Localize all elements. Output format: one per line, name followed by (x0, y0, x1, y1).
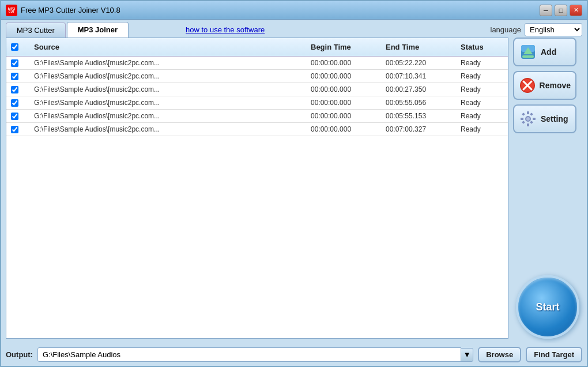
table-row[interactable]: G:\Files\Sample Audios\[music2pc.com... … (6, 110, 508, 123)
table-row[interactable]: G:\Files\Sample Audios\[music2pc.com... … (6, 57, 508, 70)
row-source-4: G:\Files\Sample Audios\[music2pc.com... (29, 110, 306, 122)
app-logo: MP3 CUT (6, 5, 17, 16)
table-row[interactable]: G:\Files\Sample Audios\[music2pc.com... … (6, 83, 508, 96)
row-checkbox-cell (6, 70, 29, 83)
row-source-3: G:\Files\Sample Audios\[music2pc.com... (29, 96, 306, 109)
output-dropdown-arrow[interactable]: ▼ (461, 348, 473, 362)
end-time-column-header: End Time (381, 40, 456, 54)
svg-rect-17 (530, 121, 533, 124)
row-checkbox-cell (6, 84, 29, 96)
tab-mp3-joiner[interactable]: MP3 Joiner (67, 22, 129, 38)
svg-rect-3 (522, 55, 534, 58)
row-status-5: Ready (456, 123, 508, 136)
row-checkbox-cell (6, 57, 29, 69)
svg-rect-12 (521, 118, 523, 120)
row-checkbox-3[interactable] (11, 99, 18, 107)
row-begin-1: 00:00:00.000 (306, 70, 381, 83)
tab-mp3-cutter[interactable]: MP3 Cutter (6, 23, 66, 38)
begin-time-column-header: Begin Time (306, 40, 381, 54)
setting-button-label: Setting (541, 114, 568, 123)
row-begin-4: 00:00:00.000 (306, 110, 381, 122)
language-label: language (491, 25, 522, 34)
row-end-5: 00:07:00.327 (381, 123, 456, 136)
row-begin-2: 00:00:00.000 (306, 83, 381, 96)
select-all-checkbox[interactable] (11, 43, 18, 51)
svg-rect-14 (522, 113, 525, 116)
svg-rect-10 (527, 111, 529, 114)
row-begin-0: 00:00:00.000 (306, 57, 381, 69)
find-target-button[interactable]: Find Target (526, 347, 582, 362)
app-title: Free MP3 Cutter Joiner V10.8 (21, 6, 120, 14)
browse-button[interactable]: Browse (478, 347, 521, 362)
language-area: language English Chinese Spanish French … (491, 23, 583, 36)
start-button-label: Start (536, 301, 559, 313)
row-begin-3: 00:00:00.000 (306, 96, 381, 109)
row-source-2: G:\Files\Sample Audios\[music2pc.com... (29, 83, 306, 96)
row-checkbox-5[interactable] (11, 126, 18, 133)
minimize-button[interactable]: ─ (540, 5, 552, 16)
row-checkbox-cell (6, 97, 29, 109)
row-end-3: 00:05:55.056 (381, 96, 456, 109)
help-link[interactable]: how to use the software (186, 25, 265, 34)
row-checkbox-4[interactable] (11, 113, 18, 120)
table-header: Source Begin Time End Time Status (6, 38, 508, 57)
maximize-button[interactable]: □ (555, 5, 567, 16)
remove-icon (519, 76, 536, 95)
content-panel: Source Begin Time End Time Status G:\Fil… (6, 38, 508, 339)
start-button[interactable]: Start (516, 275, 579, 339)
title-bar: MP3 CUT Free MP3 Cutter Joiner V10.8 ─ □… (1, 1, 587, 20)
window-controls: ─ □ ✕ (540, 5, 582, 16)
right-panel: Add Remove (513, 38, 582, 339)
row-end-2: 00:00:27.350 (381, 83, 456, 96)
tab-bar: MP3 Cutter MP3 Joiner how to use the sof… (1, 20, 587, 38)
add-button-label: Add (541, 47, 556, 57)
output-label: Output: (6, 350, 33, 359)
svg-rect-11 (527, 123, 529, 126)
row-status-3: Ready (456, 96, 508, 109)
row-status-1: Ready (456, 70, 508, 83)
row-checkbox-cell (6, 110, 29, 122)
svg-rect-15 (530, 113, 533, 116)
svg-rect-16 (522, 121, 525, 124)
title-bar-left: MP3 CUT Free MP3 Cutter Joiner V10.8 (6, 5, 120, 16)
row-source-5: G:\Files\Sample Audios\[music2pc.com... (29, 123, 306, 136)
svg-rect-13 (533, 118, 536, 120)
output-wrapper: ▼ (37, 347, 473, 362)
row-begin-5: 00:00:00.000 (306, 123, 381, 136)
setting-icon (519, 110, 537, 128)
remove-button[interactable]: Remove (513, 71, 576, 100)
row-status-4: Ready (456, 110, 508, 122)
row-source-0: G:\Files\Sample Audios\[music2pc.com... (29, 57, 306, 69)
output-path-input[interactable] (37, 347, 461, 362)
row-checkbox-2[interactable] (11, 86, 18, 93)
bottom-bar: Output: ▼ Browse Find Target (1, 343, 587, 366)
remove-button-label: Remove (540, 81, 571, 90)
main-area: Source Begin Time End Time Status G:\Fil… (1, 38, 587, 343)
add-button[interactable]: Add (513, 38, 576, 66)
table-body: G:\Files\Sample Audios\[music2pc.com... … (6, 57, 508, 338)
app-window: MP3 CUT Free MP3 Cutter Joiner V10.8 ─ □… (0, 0, 588, 367)
add-icon (519, 43, 537, 61)
row-source-1: G:\Files\Sample Audios\[music2pc.com... (29, 70, 306, 83)
svg-point-9 (526, 117, 530, 121)
source-column-header: Source (29, 40, 306, 54)
row-status-0: Ready (456, 57, 508, 69)
table-row[interactable]: G:\Files\Sample Audios\[music2pc.com... … (6, 123, 508, 136)
row-end-0: 00:05:22.220 (381, 57, 456, 69)
row-end-1: 00:07:10.341 (381, 70, 456, 83)
row-status-2: Ready (456, 83, 508, 96)
status-column-header: Status (456, 40, 508, 54)
row-checkbox-cell (6, 123, 29, 136)
close-button[interactable]: ✕ (570, 5, 582, 16)
table-row[interactable]: G:\Files\Sample Audios\[music2pc.com... … (6, 70, 508, 83)
table-row[interactable]: G:\Files\Sample Audios\[music2pc.com... … (6, 96, 508, 110)
language-select[interactable]: English Chinese Spanish French German (525, 23, 582, 36)
setting-button[interactable]: Setting (513, 104, 576, 133)
row-checkbox-0[interactable] (11, 59, 18, 67)
row-end-4: 00:05:55.153 (381, 110, 456, 122)
row-checkbox-1[interactable] (11, 73, 18, 80)
header-checkbox-cell (6, 40, 29, 54)
